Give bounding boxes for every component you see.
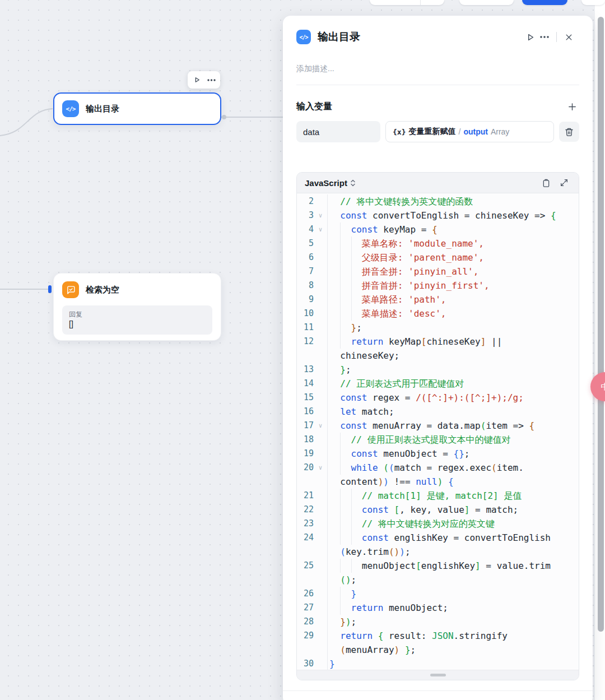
delete-variable-button[interactable] [559, 122, 579, 142]
code-row[interactable]: 17∨const menuArray = data.map(item => { [297, 419, 579, 433]
code-row[interactable]: 13}; [297, 363, 579, 377]
node-hover-toolbar[interactable] [188, 71, 220, 89]
fold-spacer [314, 531, 327, 545]
code-row[interactable]: 4∨const keyMap = { [297, 222, 579, 237]
code-row[interactable]: 22const [, key, value] = match; [297, 503, 579, 517]
language-select-chevrons-icon[interactable] [350, 179, 356, 187]
code-text: const convertToEnglish = chineseKey => { [327, 208, 579, 222]
fold-chevron-icon[interactable]: ∨ [314, 222, 327, 237]
ref-field-name: output [463, 127, 488, 136]
line-number: 13 [297, 363, 314, 377]
indent-guide [351, 489, 352, 503]
add-variable-button[interactable] [565, 100, 579, 114]
node-more-button[interactable] [206, 75, 216, 85]
code-row[interactable]: 26} [297, 587, 579, 601]
indent-guide [340, 587, 341, 601]
code-row[interactable]: 6父级目录: 'parent_name', [297, 251, 579, 265]
output-port-dot[interactable] [222, 115, 226, 119]
code-row[interactable]: (menuArray) }; [297, 643, 579, 657]
resize-handle[interactable] [430, 674, 446, 676]
page-scrollbar-thumb[interactable] [598, 17, 604, 632]
code-text: (menuArray) }; [327, 643, 579, 657]
code-text: const menuObject = {}; [327, 447, 579, 461]
reply-preview-box: 回复 [] [62, 305, 212, 335]
code-editor[interactable]: JavaScript 2// 将中文键转换为英文键的函数3∨const conv… [296, 172, 579, 680]
code-token: } [340, 364, 346, 375]
code-row[interactable]: 20∨while ((match = regex.exec(item. [297, 461, 579, 475]
code-row[interactable]: 24const englishKey = convertToEnglish [297, 531, 579, 545]
code-row[interactable]: 10菜单描述: 'desc', [297, 307, 579, 321]
panel-header: </> 输出目录 [283, 16, 593, 44]
run-node-button[interactable] [523, 30, 537, 44]
code-row[interactable]: 30} [297, 657, 579, 670]
fold-chevron-icon[interactable]: ∨ [314, 461, 327, 475]
description-placeholder[interactable]: 添加描述... [296, 63, 579, 73]
code-row[interactable]: 21// match[1] 是键, match[2] 是值 [297, 489, 579, 503]
code-row[interactable]: (); [297, 573, 579, 587]
node-output-directory[interactable]: </> 输出目录 [53, 92, 221, 125]
code-text: chineseKey; [327, 349, 579, 363]
code-token: , key, value [399, 504, 464, 515]
code-text: } [327, 587, 579, 601]
code-token: const [362, 532, 389, 543]
code-row[interactable]: (key.trim()); [297, 545, 579, 559]
code-row[interactable]: 11}; [297, 321, 579, 335]
indent-guide [340, 503, 341, 517]
fold-chevron-icon[interactable]: ∨ [314, 208, 327, 222]
code-token: const [340, 420, 367, 431]
code-row[interactable]: 14// 正则表达式用于匹配键值对 [297, 377, 579, 391]
code-row[interactable]: 8拼音首拼: 'pinyin_first', [297, 279, 579, 293]
code-token: ) [438, 476, 443, 487]
code-text: const [, key, value] = match; [327, 503, 579, 517]
fold-spacer [314, 377, 327, 391]
code-row[interactable]: 15const regex = /([^:]+):([^;]+);/g; [297, 391, 579, 405]
code-token: = value.trim [481, 560, 551, 571]
code-row[interactable]: 16let match; [297, 405, 579, 419]
line-number: 11 [297, 321, 314, 335]
variable-value-selector[interactable]: {x} 变量重新赋值 / output Array [385, 121, 554, 142]
fold-spacer [314, 391, 327, 405]
toolbar-button-cropped-primary[interactable] [522, 0, 567, 5]
fold-chevron-icon[interactable]: ∨ [314, 419, 327, 433]
code-text: }; [327, 363, 579, 377]
fold-spacer [314, 251, 327, 265]
code-token: { [551, 210, 556, 221]
indent-guide [340, 447, 341, 461]
code-lines[interactable]: 2// 将中文键转换为英文键的函数3∨const convertToEnglis… [297, 193, 579, 670]
code-row[interactable]: 28}); [297, 615, 579, 629]
toolbar-button-cropped-1[interactable] [370, 0, 444, 5]
input-port-marker[interactable] [48, 285, 52, 293]
code-token: { [432, 224, 438, 235]
code-row[interactable]: 12return keyMap[chineseKey] || [297, 335, 579, 349]
code-row[interactable]: content)) !== null) { [297, 475, 579, 489]
code-row[interactable]: 25menuObject[englishKey] = value.trim [297, 559, 579, 573]
code-text: return { result: JSON.stringify [327, 629, 579, 643]
fold-spacer [314, 194, 327, 208]
code-text: 父级目录: 'parent_name', [327, 251, 579, 265]
code-row[interactable]: 5菜单名称: 'module_name', [297, 237, 579, 251]
toolbar-button-cropped-2[interactable] [459, 0, 514, 5]
code-row[interactable]: 7拼音全拼: 'pinyin_all', [297, 265, 579, 279]
code-row[interactable]: 29return { result: JSON.stringify [297, 629, 579, 643]
code-text: 菜单名称: 'module_name', [327, 237, 579, 251]
code-row[interactable]: chineseKey; [297, 349, 579, 363]
code-row[interactable]: 3∨const convertToEnglish = chineseKey =>… [297, 208, 579, 222]
code-row[interactable]: 18// 使用正则表达式提取文本中的键值对 [297, 433, 579, 447]
node-search-empty[interactable]: 检索为空 回复 [] [53, 273, 221, 341]
more-button[interactable] [537, 30, 552, 44]
node-run-button[interactable] [192, 75, 202, 85]
close-panel-button[interactable] [561, 30, 576, 44]
code-row[interactable]: 27return menuObject; [297, 601, 579, 615]
toolbar-button-cropped-3[interactable] [581, 0, 605, 5]
code-row[interactable]: 9菜单路径: 'path', [297, 293, 579, 307]
code-row[interactable]: 2// 将中文键转换为英文键的函数 [297, 194, 579, 208]
copy-icon [542, 178, 551, 188]
language-select-label[interactable]: JavaScript [305, 178, 347, 188]
copy-code-button[interactable] [539, 176, 553, 189]
code-token: { [529, 420, 534, 431]
code-row[interactable]: 23// 将中文键转换为对应的英文键 [297, 517, 579, 531]
code-row[interactable]: 19const menuObject = {}; [297, 447, 579, 461]
line-number: 23 [297, 517, 314, 531]
variable-name-input[interactable]: data [296, 121, 380, 142]
expand-code-button[interactable] [557, 176, 571, 189]
